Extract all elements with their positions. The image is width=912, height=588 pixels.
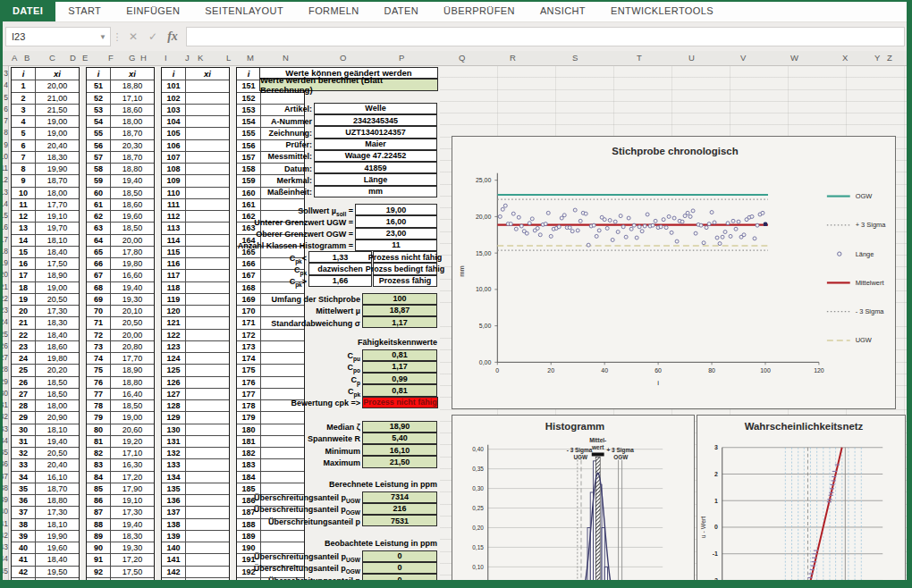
cpk-rule-value[interactable]: dazwischen bbox=[308, 263, 372, 274]
ribbon-tab-entwicklertools[interactable]: ENTWICKLERTOOLS bbox=[598, 2, 726, 21]
column-header-B[interactable]: B bbox=[24, 53, 30, 63]
cell-i[interactable]: 25 bbox=[12, 365, 36, 375]
cell-xi[interactable]: 17,70 bbox=[36, 199, 79, 210]
cell-xi[interactable]: 18,40 bbox=[36, 330, 79, 340]
cell-i[interactable]: 139 bbox=[162, 531, 186, 542]
column-header-G[interactable]: G bbox=[129, 53, 135, 63]
info-value[interactable]: 2342345345 bbox=[314, 114, 437, 126]
info-value[interactable]: Welle bbox=[314, 103, 437, 114]
column-header-S[interactable]: S bbox=[572, 53, 578, 63]
ribbon-tab-datei[interactable]: DATEI bbox=[0, 2, 55, 21]
column-header-Q[interactable]: Q bbox=[459, 53, 465, 63]
cell-i[interactable]: 7 bbox=[12, 152, 36, 163]
capability-value[interactable]: 1,17 bbox=[362, 361, 437, 373]
cell-xi[interactable]: 19,00 bbox=[36, 116, 79, 127]
ribbon-tab-daten[interactable]: DATEN bbox=[372, 2, 431, 21]
cell-xi[interactable]: 18,60 bbox=[36, 341, 79, 352]
capability-value[interactable]: 0,81 bbox=[362, 384, 437, 396]
cell-i[interactable]: 13 bbox=[12, 223, 36, 233]
cell-i[interactable]: 52 bbox=[87, 93, 111, 104]
cell-i[interactable]: 179 bbox=[237, 412, 261, 423]
cell-i[interactable]: 40 bbox=[12, 542, 36, 553]
enter-icon[interactable]: ✓ bbox=[143, 30, 163, 43]
column-header-U[interactable]: U bbox=[688, 53, 695, 63]
cell-xi[interactable]: 18,30 bbox=[111, 531, 154, 542]
cell-xi[interactable]: 20,20 bbox=[36, 365, 79, 375]
cell-xi[interactable]: 19,90 bbox=[36, 164, 79, 174]
cell-i[interactable]: 12 bbox=[12, 211, 36, 222]
cell-i[interactable]: 11 bbox=[12, 199, 36, 210]
info-value[interactable]: Waage 47.22452 bbox=[314, 150, 437, 162]
column-header-X[interactable]: X bbox=[842, 53, 848, 63]
cell-i[interactable]: 16 bbox=[12, 258, 36, 269]
cell-xi[interactable] bbox=[261, 412, 304, 423]
cell-i[interactable]: 84 bbox=[87, 472, 111, 483]
cell-i[interactable]: 14 bbox=[12, 235, 36, 246]
chart-chronological[interactable]: Stichprobe chronologisch0,005,0010,0015,… bbox=[452, 136, 896, 409]
cell-i[interactable]: 30 bbox=[12, 424, 36, 435]
cell-xi[interactable]: 20,40 bbox=[36, 459, 79, 470]
chart-histogram[interactable]: Histogramm0,000,050,100,150,200,250,300,… bbox=[452, 415, 695, 588]
ribbon-tab-ansicht[interactable]: ANSICHT bbox=[528, 2, 598, 21]
cell-xi[interactable]: 18,80 bbox=[36, 495, 79, 506]
cell-xi[interactable]: 18,90 bbox=[36, 270, 79, 281]
cell-i[interactable]: 39 bbox=[12, 531, 36, 542]
cell-xi[interactable]: 19,90 bbox=[36, 531, 79, 542]
cell-i[interactable]: 122 bbox=[162, 330, 186, 340]
ppm-obs-value[interactable]: 0 bbox=[362, 562, 437, 574]
cell-i[interactable]: 79 bbox=[87, 412, 111, 423]
column-header-L[interactable]: L bbox=[226, 53, 231, 63]
stat2-value[interactable]: 18,90 bbox=[362, 421, 437, 433]
column-header-N[interactable]: N bbox=[283, 53, 289, 63]
cell-xi[interactable]: 16,10 bbox=[36, 472, 79, 483]
cell-xi[interactable]: 20,50 bbox=[36, 294, 79, 305]
cpk-rule-value[interactable]: 1,33 bbox=[308, 251, 372, 263]
cell-xi[interactable]: 20,00 bbox=[36, 80, 79, 91]
cell-i[interactable]: 20 bbox=[12, 306, 36, 316]
column-header-E[interactable]: E bbox=[82, 53, 88, 63]
cell-xi[interactable]: 19,60 bbox=[36, 542, 79, 553]
chevron-down-icon[interactable]: ▼ bbox=[99, 33, 106, 41]
column-header-D[interactable]: D bbox=[70, 53, 76, 63]
cell-i[interactable]: 24 bbox=[12, 353, 36, 364]
column-header-O[interactable]: O bbox=[340, 53, 346, 63]
stat2-value[interactable]: 5,40 bbox=[362, 433, 437, 444]
cell-i[interactable]: 21 bbox=[12, 317, 36, 328]
cell-xi[interactable]: 17,30 bbox=[36, 306, 79, 316]
cell-i[interactable]: 29 bbox=[12, 412, 36, 423]
cell-i[interactable]: 36 bbox=[12, 495, 36, 506]
cell-xi[interactable]: 18,40 bbox=[36, 554, 79, 565]
cell-xi[interactable]: 19,70 bbox=[36, 223, 79, 233]
cell-i[interactable]: 19 bbox=[12, 294, 36, 305]
cell-i[interactable]: 33 bbox=[12, 459, 36, 470]
info-value[interactable]: Maier bbox=[314, 139, 437, 150]
ribbon-tab-seitenlayout[interactable]: SEITENLAYOUT bbox=[192, 2, 296, 21]
cell-i[interactable]: 18 bbox=[12, 282, 36, 293]
cell-xi[interactable]: 17,20 bbox=[111, 472, 154, 483]
cell-i[interactable]: 152 bbox=[237, 93, 261, 104]
insert-function-icon[interactable]: fx bbox=[163, 29, 182, 44]
cell-xi[interactable]: 19,00 bbox=[36, 282, 79, 293]
ribbon-tab-einfügen[interactable]: EINFÜGEN bbox=[114, 2, 192, 21]
ppm-calc-value[interactable]: 216 bbox=[362, 503, 437, 515]
cancel-icon[interactable]: ✕ bbox=[123, 30, 143, 43]
cell-i[interactable]: 10 bbox=[12, 188, 36, 198]
cell-i[interactable]: 89 bbox=[87, 531, 111, 542]
cpk-rule-text[interactable]: Prozss bedingt fähig bbox=[373, 263, 437, 274]
ribbon-tab-start[interactable]: START bbox=[55, 2, 114, 21]
formula-input[interactable] bbox=[186, 27, 905, 46]
cpk-rule-text[interactable]: Prozess fähig bbox=[373, 275, 437, 287]
limit-value[interactable]: 19,00 bbox=[355, 204, 437, 215]
cell-xi[interactable]: 18,70 bbox=[36, 483, 79, 494]
cell-xi[interactable]: 21,50 bbox=[36, 105, 79, 115]
ppm-obs-value[interactable]: 0 bbox=[362, 550, 437, 562]
chart-probability-net[interactable]: Wahrscheinlichkeitsnetz-3-2-101230,005,0… bbox=[697, 415, 906, 588]
cell-i[interactable]: 22 bbox=[12, 330, 36, 340]
cpk-rule-value[interactable]: 1,66 bbox=[308, 275, 372, 287]
ppm-calc-value[interactable]: 7314 bbox=[362, 491, 437, 503]
sample-stat-value[interactable]: 1,17 bbox=[362, 316, 437, 328]
capability-value[interactable]: 0,81 bbox=[362, 349, 437, 361]
cell-i[interactable]: 27 bbox=[12, 389, 36, 399]
cell-i[interactable]: 6 bbox=[12, 140, 36, 151]
cell-xi[interactable]: 21,00 bbox=[36, 93, 79, 104]
